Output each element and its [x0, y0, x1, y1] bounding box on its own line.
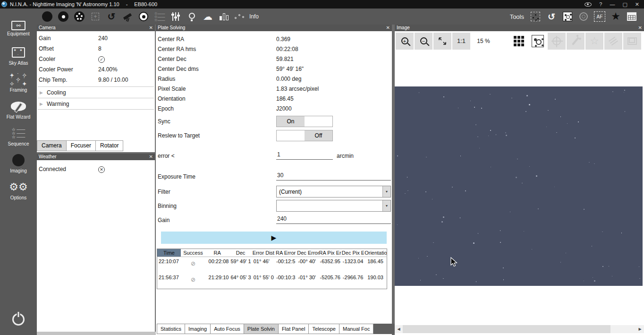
sync-off-option[interactable]	[305, 116, 332, 127]
tab-statistics[interactable]: Statistics	[157, 324, 185, 334]
telescope-icon[interactable]	[120, 9, 135, 24]
cell-dec: 64° 05' 3	[229, 273, 252, 289]
switches-icon[interactable]	[168, 9, 183, 24]
weather-panel: Weather ✕ Connected ✕	[37, 154, 155, 332]
sidebar-item-sky-atlas[interactable]: ✶ ✦ ·· ✦ ✶ Sky Atlas	[0, 42, 37, 69]
tab-camera[interactable]: Camera	[37, 140, 67, 151]
col-ra-pix-err[interactable]: RA Pix Err	[319, 249, 341, 257]
reslew-toggle[interactable]: Off	[276, 130, 333, 141]
tab-auto-focus[interactable]: Auto Focus	[211, 324, 244, 334]
sidebar-item-options[interactable]: ⚙⚙ Options	[0, 177, 37, 204]
star-field-icon[interactable]	[528, 9, 543, 24]
maximize-button[interactable]: ▢	[622, 0, 627, 9]
tab-telescope[interactable]: Telescope	[309, 324, 339, 334]
plate-solve-icon[interactable]	[560, 9, 575, 24]
close-icon[interactable]: ✕	[638, 25, 642, 31]
aperture-icon[interactable]	[56, 9, 71, 24]
captured-image[interactable]	[395, 86, 643, 286]
cloud-icon[interactable]: ☁	[200, 9, 215, 24]
grid-view-button[interactable]	[510, 33, 528, 50]
col-error-dist[interactable]: Error Dist	[252, 249, 275, 257]
scroll-right-arrow-icon[interactable]: ▶	[636, 325, 644, 333]
col-dec[interactable]: Dec	[229, 249, 252, 257]
cell-dec-error: -01° 30'	[297, 273, 318, 289]
zoom-fit-button[interactable]	[433, 33, 451, 50]
zoom-one-to-one-button[interactable]: 1:1	[452, 33, 470, 50]
image-horizontal-scrollbar[interactable]: ◀ ▶	[395, 325, 644, 333]
close-icon[interactable]: ✕	[149, 154, 153, 160]
help-button[interactable]: ?	[599, 0, 602, 9]
eye-icon[interactable]	[585, 2, 592, 7]
col-ra[interactable]: RA	[205, 249, 229, 257]
filter-dropdown[interactable]: (Current) ▼	[276, 186, 391, 198]
history-icon[interactable]: ↺	[544, 9, 559, 24]
sidebar-item-flat-wizard[interactable]: Flat Wizard	[0, 96, 37, 123]
solve-play-button[interactable]: ▶	[161, 232, 387, 244]
power-button[interactable]	[12, 313, 25, 326]
sidebar-label: Sky Atlas	[8, 60, 28, 66]
image-toolbar: + − 1:1 15 % ☆	[396, 32, 642, 50]
guider-icon[interactable]	[136, 9, 151, 24]
tab-focuser[interactable]: Focuser	[67, 140, 96, 151]
cell-ra-pix-err: -6352.95	[319, 257, 341, 273]
reslew-off-option[interactable]: Off	[305, 130, 332, 141]
bulb-icon[interactable]	[184, 9, 199, 24]
tab-manual-focus[interactable]: Manual Foc	[339, 324, 373, 334]
col-dec-error[interactable]: Dec Error	[297, 249, 318, 257]
gain-input[interactable]: 240	[276, 214, 391, 224]
line-graph-icon[interactable]	[232, 9, 247, 24]
bar-chart-icon[interactable]	[216, 9, 231, 24]
solve-results-table: Time Success RA Dec Error Dist RA Error …	[157, 249, 387, 289]
info-label[interactable]: Info	[249, 13, 259, 20]
tab-rotator[interactable]: Rotator	[96, 140, 123, 151]
minimize-button[interactable]: —	[610, 0, 615, 9]
focus-frame-icon[interactable]: +	[88, 9, 103, 24]
bottom-tab-strip: Statistics Imaging Auto Focus Plate Solv…	[157, 324, 396, 334]
sidebar-item-imaging[interactable]: Imaging	[0, 150, 37, 177]
exposure-time-input[interactable]: 30	[276, 171, 391, 180]
star-detect-button[interactable]	[529, 33, 547, 50]
sequence-list-icon[interactable]: ☆——☆——☆——	[152, 9, 167, 24]
cooling-expander[interactable]: ▶ Cooling	[38, 87, 154, 98]
close-icon[interactable]: ✕	[149, 25, 153, 31]
rotator-icon[interactable]: ↺	[104, 9, 119, 24]
warming-expander[interactable]: ▶ Warming	[38, 98, 154, 109]
table-row[interactable]: 21:56:37 ⊘ 21:29:10 64° 05' 3 01° 55' 0 …	[157, 273, 387, 289]
left-bottom-scroll-strip[interactable]	[37, 332, 156, 335]
col-success[interactable]: Success	[181, 249, 205, 257]
binning-dropdown[interactable]: ▼	[276, 200, 391, 212]
reslew-on-option[interactable]	[277, 130, 305, 141]
favorites-star-icon[interactable]: ★	[608, 9, 623, 24]
sidebar-item-sequence[interactable]: ☆ ——☆ ——☆ —— Sequence	[0, 123, 37, 150]
close-icon[interactable]: ✕	[386, 25, 390, 31]
sheet-icon[interactable]	[624, 9, 639, 24]
col-orientation[interactable]: Orientatio	[364, 249, 387, 257]
tab-plate-solving[interactable]: Plate Solvin	[244, 324, 279, 334]
col-ra-error[interactable]: RA Error	[275, 249, 297, 257]
chevron-down-icon[interactable]: ▼	[382, 200, 390, 211]
scroll-left-arrow-icon[interactable]: ◀	[395, 325, 403, 333]
tab-imaging[interactable]: Imaging	[185, 324, 211, 334]
chevron-down-icon[interactable]: ▼	[382, 186, 390, 197]
col-time[interactable]: Time	[157, 249, 181, 257]
error-unit-label: arcmin	[337, 153, 354, 159]
cell-ra: 00:22:08	[205, 257, 229, 273]
sync-on-option[interactable]: On	[277, 116, 305, 127]
col-dec-pix-err[interactable]: Dec Pix E	[341, 249, 364, 257]
tab-flat-panel[interactable]: Flat Panel	[279, 324, 309, 334]
filter-wheel-icon[interactable]	[72, 9, 87, 24]
close-window-button[interactable]: ✕	[635, 0, 639, 9]
zoom-out-button[interactable]: −	[415, 33, 432, 50]
error-threshold-input[interactable]: 1	[276, 150, 333, 160]
sidebar-item-framing[interactable]: ✦ ˙ ✧˙ ✧ ˙✧ ˙ ✦ Framing	[0, 69, 37, 96]
autofocus-icon[interactable]: AF	[592, 9, 607, 24]
zoom-in-button[interactable]: +	[396, 33, 414, 50]
scrollbar-thumb[interactable]	[403, 325, 610, 333]
camera-icon[interactable]	[40, 9, 55, 24]
sidebar-item-equipment[interactable]: ⚯ Equipment	[0, 15, 37, 42]
table-row[interactable]: 22:10:07 ⊘ 00:22:08 59° 49' 1 01° 46' -0…	[157, 257, 387, 273]
sidebar-label: Framing	[10, 87, 27, 93]
epoch-value: J2000	[276, 105, 292, 112]
sync-label: Sync	[158, 118, 170, 125]
sync-toggle[interactable]: On	[276, 116, 333, 127]
